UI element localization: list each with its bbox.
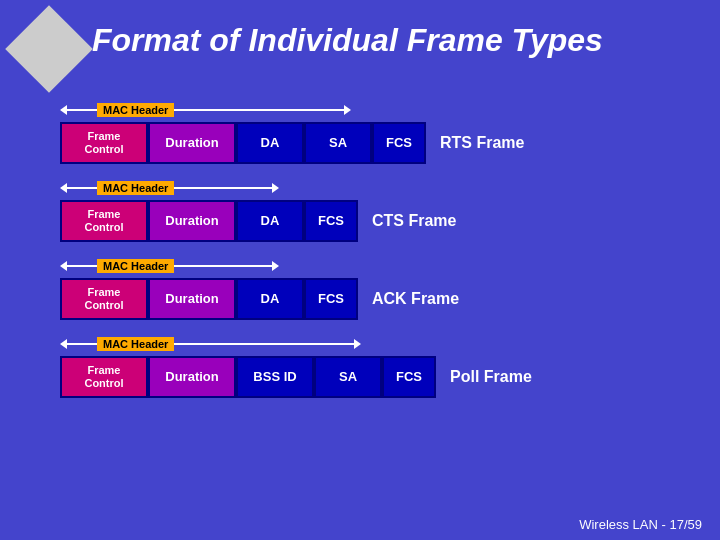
cell-fcs-poll: FCS [382, 356, 436, 398]
mac-header-label-poll: MAC Header [97, 337, 174, 351]
cell-duration-rts: Duration [148, 122, 236, 164]
mac-header-right-line [174, 343, 354, 345]
mac-header-row-ack: MAC Header [60, 256, 660, 276]
mac-header-left-arrow [60, 339, 67, 349]
mac-header-left-line [67, 109, 97, 111]
cell-fcs-rts: FCS [372, 122, 426, 164]
cell-da-ack: DA [236, 278, 304, 320]
mac-header-left-line [67, 343, 97, 345]
mac-header-left-line [67, 265, 97, 267]
cell-sa-rts: SA [304, 122, 372, 164]
page-title: Format of Individual Frame Types [92, 22, 603, 59]
cells-row-cts: Frame ControlDurationDAFCSCTS Frame [60, 200, 660, 242]
mac-header-left-arrow [60, 261, 67, 271]
mac-header-label-cts: MAC Header [97, 181, 174, 195]
mac-header-right-line [174, 109, 344, 111]
mac-header-right-arrow [272, 183, 279, 193]
diamond-decoration [5, 5, 93, 93]
cell-da-cts: DA [236, 200, 304, 242]
cells-row-ack: Frame ControlDurationDAFCSACK Frame [60, 278, 660, 320]
cell-sa-poll: SA [314, 356, 382, 398]
cell-frame-control-rts: Frame Control [60, 122, 148, 164]
mac-header-right-arrow [354, 339, 361, 349]
mac-header-right-arrow [272, 261, 279, 271]
cells-poll: Frame ControlDurationBSS IDSAFCS [60, 356, 436, 398]
footer-text: Wireless LAN - 17/59 [579, 517, 702, 532]
cell-duration-cts: Duration [148, 200, 236, 242]
cell-fcs-cts: FCS [304, 200, 358, 242]
cell-frame-control-ack: Frame Control [60, 278, 148, 320]
content-area: MAC HeaderFrame ControlDurationDASAFCSRT… [60, 100, 660, 510]
cell-duration-poll: Duration [148, 356, 236, 398]
cell-bssid-poll: BSS ID [236, 356, 314, 398]
cells-row-rts: Frame ControlDurationDASAFCSRTS Frame [60, 122, 660, 164]
cells-cts: Frame ControlDurationDAFCS [60, 200, 358, 242]
mac-header-left-line [67, 187, 97, 189]
mac-header-row-rts: MAC Header [60, 100, 660, 120]
frame-group-rts: MAC HeaderFrame ControlDurationDASAFCSRT… [60, 100, 660, 164]
cell-frame-control-cts: Frame Control [60, 200, 148, 242]
cells-row-poll: Frame ControlDurationBSS IDSAFCSPoll Fra… [60, 356, 660, 398]
mac-header-row-poll: MAC Header [60, 334, 660, 354]
frame-group-cts: MAC HeaderFrame ControlDurationDAFCSCTS … [60, 178, 660, 242]
frame-name-rts: RTS Frame [440, 134, 524, 152]
mac-header-left-arrow [60, 105, 67, 115]
cell-duration-ack: Duration [148, 278, 236, 320]
mac-header-label-ack: MAC Header [97, 259, 174, 273]
mac-header-label-rts: MAC Header [97, 103, 174, 117]
frame-name-cts: CTS Frame [372, 212, 456, 230]
mac-header-right-line [174, 187, 272, 189]
mac-header-left-arrow [60, 183, 67, 193]
frame-group-poll: MAC HeaderFrame ControlDurationBSS IDSAF… [60, 334, 660, 398]
mac-header-right-arrow [344, 105, 351, 115]
cell-frame-control-poll: Frame Control [60, 356, 148, 398]
mac-header-right-line [174, 265, 272, 267]
mac-header-row-cts: MAC Header [60, 178, 660, 198]
frame-name-ack: ACK Frame [372, 290, 459, 308]
cells-rts: Frame ControlDurationDASAFCS [60, 122, 426, 164]
frame-group-ack: MAC HeaderFrame ControlDurationDAFCSACK … [60, 256, 660, 320]
cell-da-rts: DA [236, 122, 304, 164]
cell-fcs-ack: FCS [304, 278, 358, 320]
frames-container: MAC HeaderFrame ControlDurationDASAFCSRT… [60, 100, 660, 398]
cells-ack: Frame ControlDurationDAFCS [60, 278, 358, 320]
frame-name-poll: Poll Frame [450, 368, 532, 386]
